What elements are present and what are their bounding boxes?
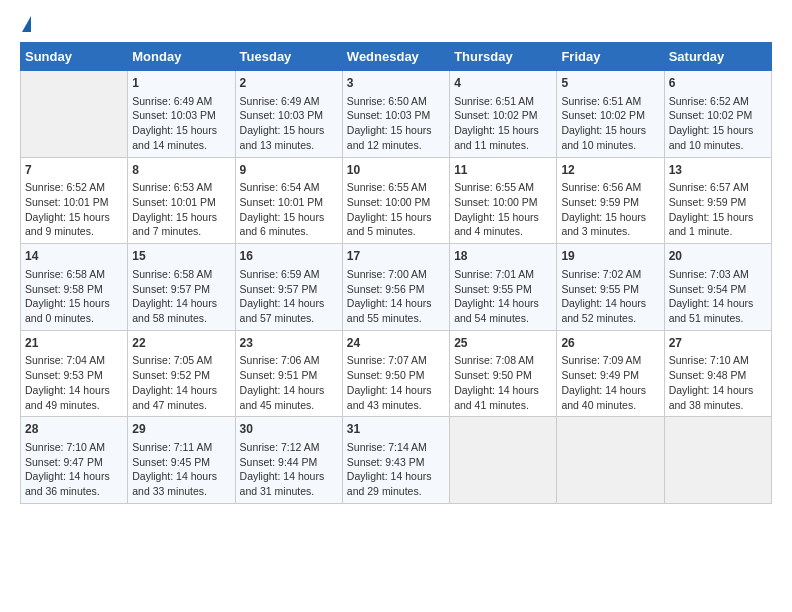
day-number: 12 [561, 162, 659, 179]
day-info: Sunrise: 6:55 AM Sunset: 10:00 PM Daylig… [454, 180, 552, 239]
calendar-cell: 30Sunrise: 7:12 AM Sunset: 9:44 PM Dayli… [235, 417, 342, 504]
calendar-header: SundayMondayTuesdayWednesdayThursdayFrid… [21, 43, 772, 71]
day-number: 14 [25, 248, 123, 265]
calendar-cell: 21Sunrise: 7:04 AM Sunset: 9:53 PM Dayli… [21, 330, 128, 417]
calendar-cell: 29Sunrise: 7:11 AM Sunset: 9:45 PM Dayli… [128, 417, 235, 504]
day-info: Sunrise: 7:04 AM Sunset: 9:53 PM Dayligh… [25, 353, 123, 412]
calendar-cell: 31Sunrise: 7:14 AM Sunset: 9:43 PM Dayli… [342, 417, 449, 504]
calendar-cell: 19Sunrise: 7:02 AM Sunset: 9:55 PM Dayli… [557, 244, 664, 331]
calendar-cell: 4Sunrise: 6:51 AM Sunset: 10:02 PM Dayli… [450, 71, 557, 158]
header-sunday: Sunday [21, 43, 128, 71]
calendar-cell: 17Sunrise: 7:00 AM Sunset: 9:56 PM Dayli… [342, 244, 449, 331]
day-info: Sunrise: 7:08 AM Sunset: 9:50 PM Dayligh… [454, 353, 552, 412]
day-info: Sunrise: 7:07 AM Sunset: 9:50 PM Dayligh… [347, 353, 445, 412]
day-number: 28 [25, 421, 123, 438]
calendar-cell [450, 417, 557, 504]
day-number: 20 [669, 248, 767, 265]
calendar-cell: 16Sunrise: 6:59 AM Sunset: 9:57 PM Dayli… [235, 244, 342, 331]
day-number: 31 [347, 421, 445, 438]
logo-triangle-icon [22, 16, 31, 32]
day-number: 13 [669, 162, 767, 179]
day-info: Sunrise: 6:50 AM Sunset: 10:03 PM Daylig… [347, 94, 445, 153]
calendar-cell: 13Sunrise: 6:57 AM Sunset: 9:59 PM Dayli… [664, 157, 771, 244]
day-number: 24 [347, 335, 445, 352]
day-number: 18 [454, 248, 552, 265]
day-number: 2 [240, 75, 338, 92]
day-number: 22 [132, 335, 230, 352]
calendar-cell: 1Sunrise: 6:49 AM Sunset: 10:03 PM Dayli… [128, 71, 235, 158]
day-number: 30 [240, 421, 338, 438]
day-info: Sunrise: 6:53 AM Sunset: 10:01 PM Daylig… [132, 180, 230, 239]
day-info: Sunrise: 7:11 AM Sunset: 9:45 PM Dayligh… [132, 440, 230, 499]
day-info: Sunrise: 6:58 AM Sunset: 9:58 PM Dayligh… [25, 267, 123, 326]
day-info: Sunrise: 7:14 AM Sunset: 9:43 PM Dayligh… [347, 440, 445, 499]
day-info: Sunrise: 7:02 AM Sunset: 9:55 PM Dayligh… [561, 267, 659, 326]
calendar-body: 1Sunrise: 6:49 AM Sunset: 10:03 PM Dayli… [21, 71, 772, 504]
week-row-2: 14Sunrise: 6:58 AM Sunset: 9:58 PM Dayli… [21, 244, 772, 331]
calendar-cell: 24Sunrise: 7:07 AM Sunset: 9:50 PM Dayli… [342, 330, 449, 417]
header-monday: Monday [128, 43, 235, 71]
day-number: 6 [669, 75, 767, 92]
day-info: Sunrise: 6:56 AM Sunset: 9:59 PM Dayligh… [561, 180, 659, 239]
day-number: 9 [240, 162, 338, 179]
day-number: 25 [454, 335, 552, 352]
week-row-0: 1Sunrise: 6:49 AM Sunset: 10:03 PM Dayli… [21, 71, 772, 158]
day-info: Sunrise: 6:52 AM Sunset: 10:01 PM Daylig… [25, 180, 123, 239]
calendar-cell: 25Sunrise: 7:08 AM Sunset: 9:50 PM Dayli… [450, 330, 557, 417]
header-thursday: Thursday [450, 43, 557, 71]
day-info: Sunrise: 7:05 AM Sunset: 9:52 PM Dayligh… [132, 353, 230, 412]
day-number: 19 [561, 248, 659, 265]
calendar-cell [664, 417, 771, 504]
calendar-cell [21, 71, 128, 158]
calendar-cell: 5Sunrise: 6:51 AM Sunset: 10:02 PM Dayli… [557, 71, 664, 158]
day-number: 27 [669, 335, 767, 352]
day-number: 7 [25, 162, 123, 179]
calendar-cell: 12Sunrise: 6:56 AM Sunset: 9:59 PM Dayli… [557, 157, 664, 244]
calendar-cell: 9Sunrise: 6:54 AM Sunset: 10:01 PM Dayli… [235, 157, 342, 244]
day-number: 15 [132, 248, 230, 265]
header-friday: Friday [557, 43, 664, 71]
calendar-cell: 23Sunrise: 7:06 AM Sunset: 9:51 PM Dayli… [235, 330, 342, 417]
day-info: Sunrise: 7:06 AM Sunset: 9:51 PM Dayligh… [240, 353, 338, 412]
day-info: Sunrise: 7:01 AM Sunset: 9:55 PM Dayligh… [454, 267, 552, 326]
day-info: Sunrise: 6:55 AM Sunset: 10:00 PM Daylig… [347, 180, 445, 239]
header-saturday: Saturday [664, 43, 771, 71]
calendar-cell: 8Sunrise: 6:53 AM Sunset: 10:01 PM Dayli… [128, 157, 235, 244]
day-info: Sunrise: 6:49 AM Sunset: 10:03 PM Daylig… [132, 94, 230, 153]
day-number: 26 [561, 335, 659, 352]
calendar-cell: 26Sunrise: 7:09 AM Sunset: 9:49 PM Dayli… [557, 330, 664, 417]
calendar-cell: 11Sunrise: 6:55 AM Sunset: 10:00 PM Dayl… [450, 157, 557, 244]
day-number: 5 [561, 75, 659, 92]
calendar-cell: 2Sunrise: 6:49 AM Sunset: 10:03 PM Dayli… [235, 71, 342, 158]
calendar-cell: 28Sunrise: 7:10 AM Sunset: 9:47 PM Dayli… [21, 417, 128, 504]
day-number: 21 [25, 335, 123, 352]
day-number: 16 [240, 248, 338, 265]
week-row-4: 28Sunrise: 7:10 AM Sunset: 9:47 PM Dayli… [21, 417, 772, 504]
day-number: 23 [240, 335, 338, 352]
calendar-cell: 18Sunrise: 7:01 AM Sunset: 9:55 PM Dayli… [450, 244, 557, 331]
day-info: Sunrise: 6:51 AM Sunset: 10:02 PM Daylig… [454, 94, 552, 153]
calendar-table: SundayMondayTuesdayWednesdayThursdayFrid… [20, 42, 772, 504]
day-info: Sunrise: 7:10 AM Sunset: 9:48 PM Dayligh… [669, 353, 767, 412]
day-info: Sunrise: 7:12 AM Sunset: 9:44 PM Dayligh… [240, 440, 338, 499]
week-row-1: 7Sunrise: 6:52 AM Sunset: 10:01 PM Dayli… [21, 157, 772, 244]
day-info: Sunrise: 6:59 AM Sunset: 9:57 PM Dayligh… [240, 267, 338, 326]
day-number: 8 [132, 162, 230, 179]
day-number: 10 [347, 162, 445, 179]
day-info: Sunrise: 6:57 AM Sunset: 9:59 PM Dayligh… [669, 180, 767, 239]
day-info: Sunrise: 7:10 AM Sunset: 9:47 PM Dayligh… [25, 440, 123, 499]
day-info: Sunrise: 7:09 AM Sunset: 9:49 PM Dayligh… [561, 353, 659, 412]
day-info: Sunrise: 7:03 AM Sunset: 9:54 PM Dayligh… [669, 267, 767, 326]
calendar-cell: 27Sunrise: 7:10 AM Sunset: 9:48 PM Dayli… [664, 330, 771, 417]
calendar-cell: 22Sunrise: 7:05 AM Sunset: 9:52 PM Dayli… [128, 330, 235, 417]
calendar-cell: 20Sunrise: 7:03 AM Sunset: 9:54 PM Dayli… [664, 244, 771, 331]
calendar-cell: 6Sunrise: 6:52 AM Sunset: 10:02 PM Dayli… [664, 71, 771, 158]
calendar-cell: 10Sunrise: 6:55 AM Sunset: 10:00 PM Dayl… [342, 157, 449, 244]
header-tuesday: Tuesday [235, 43, 342, 71]
calendar-cell: 3Sunrise: 6:50 AM Sunset: 10:03 PM Dayli… [342, 71, 449, 158]
week-row-3: 21Sunrise: 7:04 AM Sunset: 9:53 PM Dayli… [21, 330, 772, 417]
day-number: 17 [347, 248, 445, 265]
day-info: Sunrise: 6:58 AM Sunset: 9:57 PM Dayligh… [132, 267, 230, 326]
day-info: Sunrise: 6:52 AM Sunset: 10:02 PM Daylig… [669, 94, 767, 153]
day-number: 1 [132, 75, 230, 92]
